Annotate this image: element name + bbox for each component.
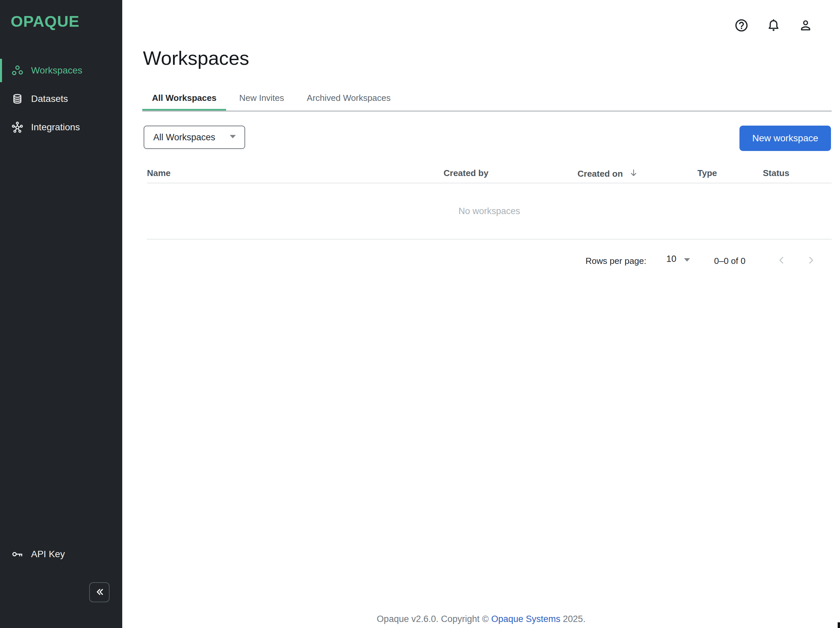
notifications-button[interactable]	[766, 18, 781, 33]
column-label: Type	[697, 168, 717, 178]
column-label: Created by	[444, 168, 488, 178]
sidebar-item-api-key[interactable]: API Key	[0, 543, 122, 566]
double-chevron-left-icon	[94, 587, 105, 598]
rows-per-page-value: 10	[666, 254, 676, 264]
tab-label: All Workspaces	[152, 93, 216, 103]
page-title: Workspaces	[143, 47, 249, 69]
filter-selected-value: All Workspaces	[153, 132, 215, 143]
tab-archived-workspaces[interactable]: Archived Workspaces	[297, 84, 401, 112]
workspace-tabs: All Workspaces New Invites Archived Work…	[142, 84, 404, 112]
opaque-logo: OPAQUE	[11, 12, 79, 30]
table-footer-divider	[147, 239, 832, 240]
tab-label: New Invites	[239, 93, 284, 103]
tab-new-invites[interactable]: New Invites	[229, 84, 294, 112]
rows-per-page-label: Rows per page:	[586, 256, 646, 266]
column-header-created-on[interactable]: Created on	[578, 168, 638, 180]
chevron-left-icon	[776, 254, 787, 267]
table-header-divider	[147, 183, 832, 183]
sidebar-item-datasets[interactable]: Datasets	[0, 87, 122, 110]
tabs-divider	[142, 110, 832, 112]
active-item-indicator	[0, 59, 2, 82]
integrations-icon	[11, 121, 24, 134]
opaque-systems-link[interactable]: Opaque Systems	[491, 614, 561, 624]
footer-text-suffix: 2025.	[561, 614, 586, 624]
app-root: OPAQUE Workspaces	[0, 0, 840, 628]
pagination-range: 0–0 of 0	[714, 256, 745, 266]
sidebar-item-workspaces[interactable]: Workspaces	[0, 59, 122, 82]
sort-arrow-down-icon	[629, 168, 638, 180]
chevron-down-icon	[229, 134, 237, 140]
new-workspace-button[interactable]: New workspace	[739, 126, 831, 151]
table-empty-state: No workspaces	[147, 206, 832, 216]
footer: Opaque v2.6.0. Copyright © Opaque System…	[122, 614, 840, 624]
next-page-button[interactable]	[804, 253, 818, 268]
previous-page-button[interactable]	[774, 253, 789, 268]
column-label: Status	[763, 168, 789, 178]
account-person-icon	[798, 18, 813, 34]
datasets-icon	[11, 93, 24, 105]
sidebar-item-integrations[interactable]: Integrations	[0, 115, 122, 139]
help-button[interactable]	[734, 18, 749, 33]
account-button[interactable]	[798, 18, 813, 33]
corner-artifact	[838, 622, 840, 628]
workspace-filter-select[interactable]: All Workspaces	[144, 126, 245, 149]
column-header-status[interactable]: Status	[763, 168, 789, 178]
notifications-bell-icon	[766, 18, 781, 34]
column-header-created-by[interactable]: Created by	[444, 168, 488, 178]
sidebar-item-label: API Key	[31, 549, 65, 560]
key-icon	[11, 548, 24, 560]
sidebar: OPAQUE Workspaces	[0, 0, 122, 628]
column-header-name[interactable]: Name	[147, 168, 171, 178]
sidebar-item-label: Integrations	[31, 122, 80, 133]
footer-text-prefix: Opaque v2.6.0. Copyright ©	[377, 614, 491, 624]
tab-label: Archived Workspaces	[307, 93, 391, 103]
sidebar-item-label: Workspaces	[31, 65, 82, 76]
column-label: Name	[147, 168, 171, 178]
collapse-sidebar-button[interactable]	[89, 582, 109, 602]
chevron-right-icon	[805, 254, 816, 267]
rows-per-page-select[interactable]: 10	[666, 254, 690, 264]
sidebar-item-label: Datasets	[31, 93, 68, 104]
help-icon	[734, 18, 749, 34]
tab-all-workspaces[interactable]: All Workspaces	[142, 84, 226, 112]
column-header-type[interactable]: Type	[697, 168, 717, 178]
chevron-down-icon	[684, 254, 690, 264]
column-label: Created on	[578, 169, 623, 179]
workspaces-icon	[11, 64, 24, 77]
